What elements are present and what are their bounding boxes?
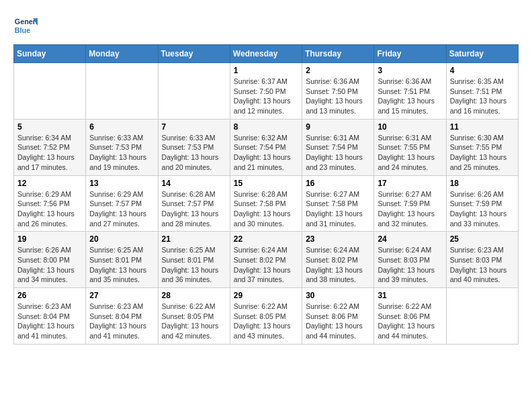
weekday-header-thursday: Thursday: [302, 45, 374, 63]
day-number: 19: [17, 234, 82, 244]
calendar-cell: 6Sunrise: 6:33 AMSunset: 7:53 PMDaylight…: [86, 119, 158, 175]
day-number: 30: [306, 291, 370, 300]
day-number: 11: [450, 122, 515, 132]
calendar-cell: 13Sunrise: 6:29 AMSunset: 7:57 PMDayligh…: [86, 175, 158, 232]
day-info: Sunrise: 6:32 AMSunset: 7:54 PMDaylight:…: [234, 133, 298, 173]
calendar-table: SundayMondayTuesdayWednesdayThursdayFrid…: [13, 44, 519, 345]
day-number: 27: [89, 291, 154, 300]
day-info: Sunrise: 6:22 AMSunset: 8:06 PMDaylight:…: [306, 302, 370, 341]
day-info: Sunrise: 6:28 AMSunset: 7:58 PMDaylight:…: [234, 189, 298, 229]
calendar-cell: [14, 63, 86, 120]
weekday-header-saturday: Saturday: [446, 45, 518, 63]
calendar-cell: 30Sunrise: 6:22 AMSunset: 8:06 PMDayligh…: [302, 288, 374, 345]
calendar-week-row: 1Sunrise: 6:37 AMSunset: 7:50 PMDaylight…: [14, 63, 519, 120]
day-number: 21: [162, 234, 226, 244]
calendar-cell: 18Sunrise: 6:26 AMSunset: 7:59 PMDayligh…: [446, 175, 518, 232]
calendar-cell: 20Sunrise: 6:25 AMSunset: 8:01 PMDayligh…: [86, 232, 158, 288]
calendar-cell: 27Sunrise: 6:23 AMSunset: 8:04 PMDayligh…: [86, 288, 158, 345]
day-info: Sunrise: 6:30 AMSunset: 7:55 PMDaylight:…: [450, 133, 515, 173]
calendar-cell: 9Sunrise: 6:31 AMSunset: 7:54 PMDaylight…: [302, 119, 374, 175]
day-number: 1: [234, 66, 298, 75]
day-number: 10: [378, 122, 442, 132]
day-info: Sunrise: 6:29 AMSunset: 7:57 PMDaylight:…: [89, 189, 154, 229]
day-info: Sunrise: 6:35 AMSunset: 7:51 PMDaylight:…: [450, 77, 515, 116]
day-info: Sunrise: 6:36 AMSunset: 7:51 PMDaylight:…: [378, 77, 442, 116]
calendar-cell: 29Sunrise: 6:22 AMSunset: 8:05 PMDayligh…: [230, 288, 302, 345]
calendar-cell: 28Sunrise: 6:22 AMSunset: 8:05 PMDayligh…: [158, 288, 230, 345]
day-info: Sunrise: 6:23 AMSunset: 8:04 PMDaylight:…: [89, 302, 154, 341]
day-info: Sunrise: 6:23 AMSunset: 8:04 PMDaylight:…: [17, 302, 82, 341]
day-number: 31: [378, 291, 442, 300]
day-info: Sunrise: 6:24 AMSunset: 8:02 PMDaylight:…: [306, 245, 370, 285]
day-number: 18: [450, 179, 515, 188]
calendar-cell: 19Sunrise: 6:26 AMSunset: 8:00 PMDayligh…: [14, 232, 86, 288]
day-info: Sunrise: 6:24 AMSunset: 8:03 PMDaylight:…: [378, 245, 442, 285]
calendar-cell: 22Sunrise: 6:24 AMSunset: 8:02 PMDayligh…: [230, 232, 302, 288]
weekday-header-row: SundayMondayTuesdayWednesdayThursdayFrid…: [14, 45, 519, 63]
day-number: 24: [378, 234, 442, 244]
calendar-cell: 31Sunrise: 6:22 AMSunset: 8:06 PMDayligh…: [374, 288, 446, 345]
day-number: 25: [450, 234, 515, 244]
day-number: 2: [306, 66, 370, 75]
day-info: Sunrise: 6:37 AMSunset: 7:50 PMDaylight:…: [234, 77, 298, 116]
svg-text:Blue: Blue: [15, 26, 30, 34]
day-info: Sunrise: 6:22 AMSunset: 8:05 PMDaylight:…: [162, 302, 226, 341]
calendar-cell: 3Sunrise: 6:36 AMSunset: 7:51 PMDaylight…: [374, 63, 446, 120]
calendar-cell: 26Sunrise: 6:23 AMSunset: 8:04 PMDayligh…: [14, 288, 86, 345]
calendar-cell: 16Sunrise: 6:27 AMSunset: 7:58 PMDayligh…: [302, 175, 374, 232]
calendar-cell: 21Sunrise: 6:25 AMSunset: 8:01 PMDayligh…: [158, 232, 230, 288]
calendar-cell: 8Sunrise: 6:32 AMSunset: 7:54 PMDaylight…: [230, 119, 302, 175]
day-info: Sunrise: 6:26 AMSunset: 8:00 PMDaylight:…: [17, 245, 82, 285]
calendar-cell: 14Sunrise: 6:28 AMSunset: 7:57 PMDayligh…: [158, 175, 230, 232]
calendar-cell: 4Sunrise: 6:35 AMSunset: 7:51 PMDaylight…: [446, 63, 518, 120]
day-info: Sunrise: 6:36 AMSunset: 7:50 PMDaylight:…: [306, 77, 370, 116]
day-info: Sunrise: 6:29 AMSunset: 7:56 PMDaylight:…: [17, 189, 82, 229]
calendar-cell: 24Sunrise: 6:24 AMSunset: 8:03 PMDayligh…: [374, 232, 446, 288]
day-info: Sunrise: 6:22 AMSunset: 8:06 PMDaylight:…: [378, 302, 442, 341]
calendar-cell: 1Sunrise: 6:37 AMSunset: 7:50 PMDaylight…: [230, 63, 302, 120]
day-number: 9: [306, 122, 370, 132]
weekday-header-tuesday: Tuesday: [158, 45, 230, 63]
day-number: 29: [234, 291, 298, 300]
day-number: 22: [234, 234, 298, 244]
day-number: 12: [17, 179, 82, 188]
day-info: Sunrise: 6:23 AMSunset: 8:03 PMDaylight:…: [450, 245, 515, 285]
calendar-week-row: 5Sunrise: 6:34 AMSunset: 7:52 PMDaylight…: [14, 119, 519, 175]
day-number: 6: [89, 122, 154, 132]
day-number: 16: [306, 179, 370, 188]
calendar-cell: 23Sunrise: 6:24 AMSunset: 8:02 PMDayligh…: [302, 232, 374, 288]
calendar-cell: 11Sunrise: 6:30 AMSunset: 7:55 PMDayligh…: [446, 119, 518, 175]
day-info: Sunrise: 6:27 AMSunset: 7:58 PMDaylight:…: [306, 189, 370, 229]
logo: General Blue: [13, 13, 38, 38]
day-info: Sunrise: 6:26 AMSunset: 7:59 PMDaylight:…: [450, 189, 515, 229]
day-number: 20: [89, 234, 154, 244]
calendar-cell: 7Sunrise: 6:33 AMSunset: 7:53 PMDaylight…: [158, 119, 230, 175]
day-info: Sunrise: 6:31 AMSunset: 7:54 PMDaylight:…: [306, 133, 370, 173]
day-number: 8: [234, 122, 298, 132]
day-number: 17: [378, 179, 442, 188]
day-info: Sunrise: 6:28 AMSunset: 7:57 PMDaylight:…: [162, 189, 226, 229]
calendar-week-row: 26Sunrise: 6:23 AMSunset: 8:04 PMDayligh…: [14, 288, 519, 345]
calendar-cell: [86, 63, 158, 120]
day-number: 28: [162, 291, 226, 300]
calendar-cell: 15Sunrise: 6:28 AMSunset: 7:58 PMDayligh…: [230, 175, 302, 232]
day-info: Sunrise: 6:27 AMSunset: 7:59 PMDaylight:…: [378, 189, 442, 229]
weekday-header-friday: Friday: [374, 45, 446, 63]
calendar-cell: 17Sunrise: 6:27 AMSunset: 7:59 PMDayligh…: [374, 175, 446, 232]
day-info: Sunrise: 6:25 AMSunset: 8:01 PMDaylight:…: [162, 245, 226, 285]
day-number: 7: [162, 122, 226, 132]
day-number: 14: [162, 179, 226, 188]
logo-icon: General Blue: [13, 13, 38, 38]
calendar-cell: [446, 288, 518, 345]
calendar-cell: 12Sunrise: 6:29 AMSunset: 7:56 PMDayligh…: [14, 175, 86, 232]
calendar-cell: 10Sunrise: 6:31 AMSunset: 7:55 PMDayligh…: [374, 119, 446, 175]
day-info: Sunrise: 6:33 AMSunset: 7:53 PMDaylight:…: [89, 133, 154, 173]
day-number: 13: [89, 179, 154, 188]
calendar-cell: 25Sunrise: 6:23 AMSunset: 8:03 PMDayligh…: [446, 232, 518, 288]
day-info: Sunrise: 6:22 AMSunset: 8:05 PMDaylight:…: [234, 302, 298, 341]
day-info: Sunrise: 6:24 AMSunset: 8:02 PMDaylight:…: [234, 245, 298, 285]
day-number: 15: [234, 179, 298, 188]
day-number: 26: [17, 291, 82, 300]
calendar-week-row: 19Sunrise: 6:26 AMSunset: 8:00 PMDayligh…: [14, 232, 519, 288]
calendar-cell: 5Sunrise: 6:34 AMSunset: 7:52 PMDaylight…: [14, 119, 86, 175]
